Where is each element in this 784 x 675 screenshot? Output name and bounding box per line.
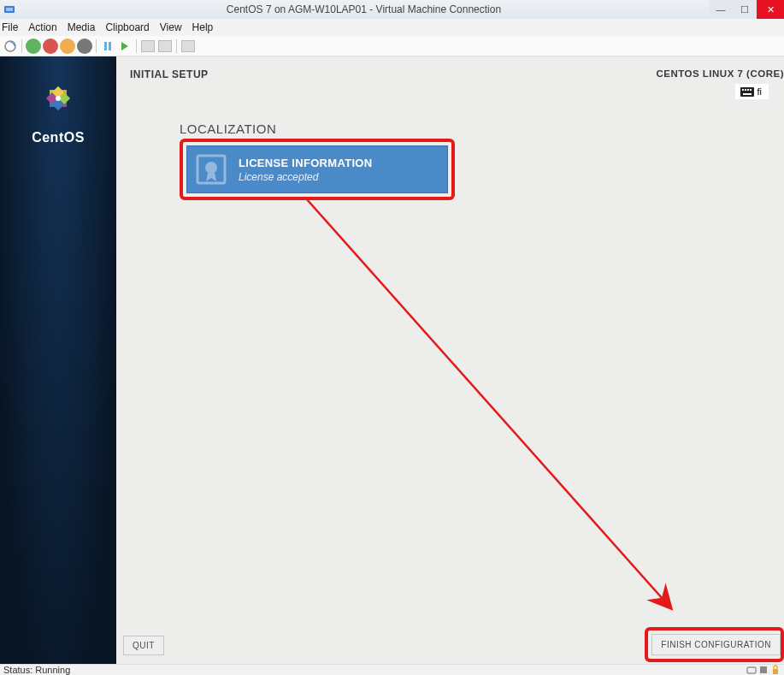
checkpoint-icon[interactable] (141, 40, 155, 52)
status-device-icon (758, 665, 769, 675)
centos-logo-icon (37, 77, 80, 123)
separator (176, 39, 177, 53)
svg-rect-3 (104, 42, 107, 50)
status-text: Status: Running (3, 665, 70, 675)
svg-rect-24 (747, 667, 756, 673)
svg-rect-16 (742, 89, 744, 91)
certificate-icon (192, 151, 230, 188)
status-bar: Status: Running (0, 664, 784, 675)
ctrl-alt-del-icon[interactable] (3, 38, 18, 54)
tile-text: LICENSE INFORMATION License accepted (239, 157, 372, 183)
license-information-tile[interactable]: LICENSE INFORMATION License accepted (186, 145, 448, 193)
svg-rect-20 (743, 93, 752, 95)
distro-label: CENTOS LINUX 7 (CORE) (656, 68, 784, 79)
tile-title: LICENSE INFORMATION (239, 157, 372, 169)
page-title: INITIAL SETUP (130, 68, 209, 80)
svg-line-23 (306, 198, 670, 607)
save-icon[interactable] (77, 38, 92, 54)
svg-rect-18 (747, 89, 749, 91)
menu-clipboard[interactable]: Clipboard (105, 21, 149, 33)
svg-point-22 (205, 162, 217, 174)
titlebar: CentOS 7 on AGM-W10LAP01 - Virtual Machi… (0, 0, 784, 19)
menubar: File Action Media Clipboard View Help (0, 19, 784, 36)
shut-down-icon[interactable] (60, 38, 75, 54)
svg-rect-4 (109, 42, 111, 50)
main-panel: INITIAL SETUP CENTOS LINUX 7 (CORE) fi L… (116, 56, 784, 664)
reset-icon[interactable] (117, 38, 133, 54)
start-icon[interactable] (26, 38, 41, 54)
separator (136, 39, 137, 53)
svg-point-2 (5, 41, 15, 51)
menu-help[interactable]: Help (192, 21, 214, 33)
revert-icon[interactable] (158, 40, 172, 52)
annotation-box-license: LICENSE INFORMATION License accepted (180, 139, 455, 200)
client-area: CentOS INITIAL SETUP CENTOS LINUX 7 (COR… (0, 56, 784, 664)
menu-view[interactable]: View (160, 21, 182, 33)
close-button[interactable]: ✕ (757, 0, 784, 19)
sidebar: CentOS (0, 56, 116, 664)
maximize-button[interactable]: ☐ (733, 0, 757, 19)
pause-icon[interactable] (100, 38, 115, 54)
keyboard-layout-value: fi (757, 86, 763, 97)
app-icon (0, 4, 19, 15)
window: CentOS 7 on AGM-W10LAP01 - Virtual Machi… (0, 0, 784, 675)
svg-point-14 (56, 96, 61, 101)
keyboard-layout-selector[interactable]: fi (735, 84, 769, 99)
separator (21, 39, 22, 53)
section-title-localization: LOCALIZATION (180, 121, 276, 136)
separator (96, 39, 97, 53)
window-title: CentOS 7 on AGM-W10LAP01 - Virtual Machi… (19, 3, 709, 15)
toolbar (0, 36, 784, 56)
enhanced-session-icon[interactable] (181, 40, 195, 52)
finish-configuration-button[interactable]: FINISH CONFIGURATION (651, 634, 781, 655)
svg-rect-25 (760, 666, 767, 673)
svg-marker-5 (121, 42, 128, 50)
svg-rect-19 (750, 89, 752, 91)
annotation-box-finish: FINISH CONFIGURATION (645, 627, 784, 662)
status-network-icon (746, 665, 757, 675)
svg-rect-17 (745, 89, 746, 91)
sidebar-brand: CentOS (32, 130, 85, 145)
window-buttons: — ☐ ✕ (709, 0, 784, 19)
minimize-button[interactable]: — (709, 0, 733, 19)
menu-action[interactable]: Action (28, 21, 56, 33)
quit-button[interactable]: QUIT (123, 636, 164, 655)
status-lock-icon (770, 665, 781, 675)
turn-off-icon[interactable] (43, 38, 58, 54)
keyboard-icon (740, 87, 754, 97)
menu-media[interactable]: Media (68, 21, 96, 33)
svg-rect-26 (773, 669, 778, 674)
menu-file[interactable]: File (2, 21, 18, 33)
svg-rect-1 (6, 8, 13, 11)
tile-subtitle: License accepted (239, 171, 372, 183)
svg-rect-15 (740, 87, 754, 97)
